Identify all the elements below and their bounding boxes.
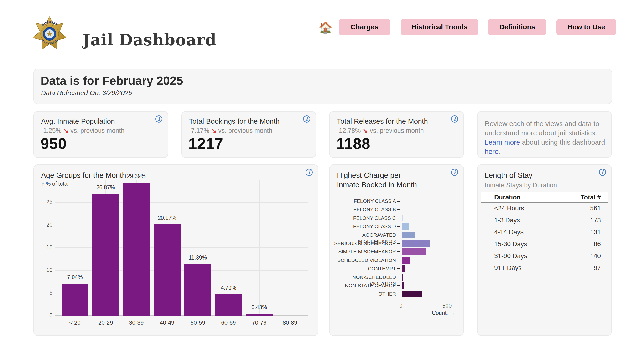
category-tick xyxy=(397,294,400,294)
kpi-delta: -12.78% ↘ vs. previous month xyxy=(337,127,424,134)
y-axis-tick-label: 5 xyxy=(37,290,52,296)
duration-cell: 15-30 Days xyxy=(494,241,527,248)
y-axis-line xyxy=(401,195,402,301)
duration-cell: 1-3 Days xyxy=(494,217,520,224)
kpi-delta: -1.25% ↘ vs. previous month xyxy=(41,127,124,134)
kpi-card-releases: Total Releases for the Month -12.78% ↘ v… xyxy=(329,111,464,158)
age-bar[interactable] xyxy=(246,314,273,316)
kpi-value: 950 xyxy=(40,135,67,153)
age-bar[interactable] xyxy=(154,224,180,316)
trend-down-icon: ↘ xyxy=(361,127,368,134)
column-header-duration: Duration xyxy=(494,194,521,201)
category-tick xyxy=(397,277,400,278)
info-note-card: Review each of the views and data to und… xyxy=(477,111,612,158)
page-title: Jail Dashboard xyxy=(83,30,216,49)
charge-bar[interactable] xyxy=(402,223,409,230)
age-bar-value-label: 4.70% xyxy=(210,285,246,291)
duration-cell: <24 Hours xyxy=(494,205,524,212)
kpi-title: Total Releases for the Month xyxy=(337,117,428,125)
category-tick xyxy=(397,260,400,261)
nav-button-historical-trends[interactable]: Historical Trends xyxy=(401,19,478,35)
column-header-total: Total # xyxy=(580,194,601,201)
category-tick xyxy=(397,268,400,269)
age-bar[interactable] xyxy=(184,264,211,316)
total-cell: 173 xyxy=(590,217,601,224)
data-period-banner: Data is for February 2025 Data Refreshed… xyxy=(34,69,612,104)
nav-button-definitions[interactable]: Definitions xyxy=(488,19,546,35)
charge-bar[interactable] xyxy=(402,282,404,289)
table-row: 91+ Days97 xyxy=(481,262,608,274)
age-bar[interactable] xyxy=(92,194,119,316)
y-axis-tick-label: 10 xyxy=(37,267,52,273)
stay-title: Length of Stay xyxy=(485,171,532,180)
charge-category-label: FELONY CLASS D xyxy=(332,223,396,230)
x-axis-tick-label: < 20 xyxy=(57,319,93,326)
category-tick xyxy=(397,226,400,227)
category-tick xyxy=(397,285,400,286)
age-bar[interactable] xyxy=(123,183,150,316)
y-axis-tick-label: 25 xyxy=(37,199,52,205)
info-icon[interactable]: i xyxy=(303,115,310,122)
category-tick xyxy=(397,235,400,236)
y-axis-tick-label: 15 xyxy=(37,244,52,251)
charge-chart-plot: FELONY CLASS AFELONY CLASS BFELONY CLASS… xyxy=(330,165,464,335)
jail-dashboard-page: SHERIFF POLK COUNTY Jail Dashboard 🏠 Cha… xyxy=(0,0,644,337)
table-row: 31-90 Days140 xyxy=(481,250,608,262)
nav-button-how-to-use[interactable]: How to Use xyxy=(556,19,616,35)
info-icon[interactable]: i xyxy=(451,115,458,122)
kpi-title: Total Bookings for the Month xyxy=(189,117,280,125)
charge-bar[interactable] xyxy=(402,240,430,247)
charge-bar[interactable] xyxy=(402,215,403,221)
age-bar-value-label: 20.17% xyxy=(149,215,185,221)
table-row: <24 Hours561 xyxy=(481,202,608,214)
table-row: 15-30 Days86 xyxy=(481,238,608,250)
age-bar-value-label: 26.87% xyxy=(88,184,124,191)
charge-bar[interactable] xyxy=(402,257,410,264)
info-icon[interactable]: i xyxy=(155,115,162,122)
charge-category-label: SIMPLE MISDEMEANOR xyxy=(332,249,396,255)
x-axis-tick-label: 80-89 xyxy=(272,319,308,326)
total-cell: 140 xyxy=(590,252,601,260)
length-of-stay-card: Length of Stay Inmate Stays by Duration … xyxy=(477,164,612,336)
home-icon[interactable]: 🏠 xyxy=(319,22,332,33)
age-groups-chart-card: Age Groups for the Month ↑ % of total i … xyxy=(34,164,318,336)
total-cell: 97 xyxy=(594,264,601,272)
x-axis-label: Count: → xyxy=(426,310,461,316)
charge-bar[interactable] xyxy=(402,291,422,297)
charge-bar[interactable] xyxy=(402,265,405,272)
banner-refresh-date: Data Refreshed On: 3/29/2025 xyxy=(41,89,132,97)
kpi-value: 1217 xyxy=(188,135,223,153)
table-row: 1-3 Days173 xyxy=(481,214,608,226)
kpi-card-bookings: Total Bookings for the Month -7.17% ↘ vs… xyxy=(181,111,316,158)
nav-button-charges[interactable]: Charges xyxy=(339,19,390,35)
x-axis-tick-label: 0 xyxy=(394,303,408,309)
x-axis-tick-label: 70-79 xyxy=(242,319,277,326)
age-bar[interactable] xyxy=(62,284,88,316)
stay-table-header: Duration Total # xyxy=(481,192,608,203)
charge-bar[interactable] xyxy=(402,248,426,255)
x-axis-tick-label: 30-39 xyxy=(118,319,154,326)
kpi-delta: -7.17% ↘ vs. previous month xyxy=(189,127,272,134)
charge-bar[interactable] xyxy=(402,274,403,281)
total-cell: 131 xyxy=(590,229,601,236)
age-bar-value-label: 29.39% xyxy=(118,173,154,179)
here-link[interactable]: here xyxy=(485,148,498,155)
total-cell: 86 xyxy=(594,241,601,248)
sheriff-badge-logo: SHERIFF POLK COUNTY xyxy=(33,15,66,51)
age-bar-value-label: 0.43% xyxy=(242,304,277,311)
duration-cell: 31-90 Days xyxy=(494,252,527,260)
x-axis-tick-label: 500 xyxy=(440,303,454,309)
category-tick xyxy=(397,252,400,252)
charge-bar[interactable] xyxy=(402,232,415,238)
trend-down-icon: ↘ xyxy=(210,127,216,134)
learn-more-link[interactable]: Learn more xyxy=(485,138,520,146)
total-cell: 561 xyxy=(590,205,601,212)
kpi-value: 1188 xyxy=(336,135,370,153)
age-bar[interactable] xyxy=(215,294,242,316)
trend-down-icon: ↘ xyxy=(62,127,69,134)
charge-category-label: FELONY CLASS B xyxy=(332,206,396,213)
category-tick xyxy=(397,201,400,202)
kpi-title: Avg. Inmate Population xyxy=(41,117,115,125)
y-axis-tick-label: 0 xyxy=(37,312,52,319)
info-icon[interactable]: i xyxy=(599,169,606,176)
